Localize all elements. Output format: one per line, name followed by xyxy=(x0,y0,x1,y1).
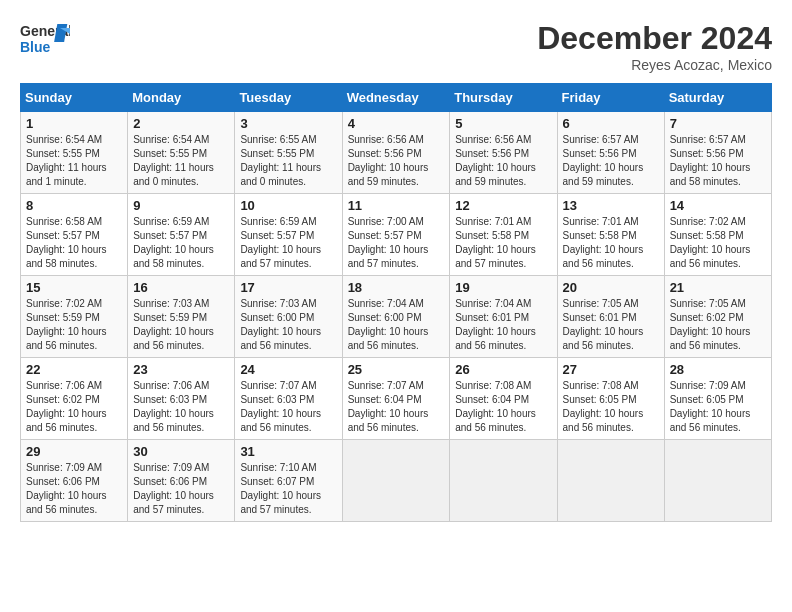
day-number: 26 xyxy=(455,362,551,377)
day-number: 1 xyxy=(26,116,122,131)
calendar-week-row: 29 Sunrise: 7:09 AM Sunset: 6:06 PM Dayl… xyxy=(21,440,772,522)
day-info: Sunrise: 6:56 AM Sunset: 5:56 PM Dayligh… xyxy=(455,133,551,189)
calendar-week-row: 15 Sunrise: 7:02 AM Sunset: 5:59 PM Dayl… xyxy=(21,276,772,358)
day-number: 18 xyxy=(348,280,445,295)
day-info: Sunrise: 7:05 AM Sunset: 6:01 PM Dayligh… xyxy=(563,297,659,353)
calendar-week-row: 8 Sunrise: 6:58 AM Sunset: 5:57 PM Dayli… xyxy=(21,194,772,276)
calendar-cell: 12 Sunrise: 7:01 AM Sunset: 5:58 PM Dayl… xyxy=(450,194,557,276)
day-number: 4 xyxy=(348,116,445,131)
calendar-cell: 10 Sunrise: 6:59 AM Sunset: 5:57 PM Dayl… xyxy=(235,194,342,276)
calendar-cell: 3 Sunrise: 6:55 AM Sunset: 5:55 PM Dayli… xyxy=(235,112,342,194)
calendar-cell: 29 Sunrise: 7:09 AM Sunset: 6:06 PM Dayl… xyxy=(21,440,128,522)
calendar-cell: 19 Sunrise: 7:04 AM Sunset: 6:01 PM Dayl… xyxy=(450,276,557,358)
calendar-cell: 28 Sunrise: 7:09 AM Sunset: 6:05 PM Dayl… xyxy=(664,358,771,440)
day-info: Sunrise: 7:09 AM Sunset: 6:06 PM Dayligh… xyxy=(133,461,229,517)
calendar-cell: 30 Sunrise: 7:09 AM Sunset: 6:06 PM Dayl… xyxy=(128,440,235,522)
day-info: Sunrise: 6:58 AM Sunset: 5:57 PM Dayligh… xyxy=(26,215,122,271)
calendar-cell: 18 Sunrise: 7:04 AM Sunset: 6:00 PM Dayl… xyxy=(342,276,450,358)
day-number: 31 xyxy=(240,444,336,459)
day-info: Sunrise: 7:00 AM Sunset: 5:57 PM Dayligh… xyxy=(348,215,445,271)
day-info: Sunrise: 7:06 AM Sunset: 6:03 PM Dayligh… xyxy=(133,379,229,435)
calendar-cell: 11 Sunrise: 7:00 AM Sunset: 5:57 PM Dayl… xyxy=(342,194,450,276)
day-number: 13 xyxy=(563,198,659,213)
header-wednesday: Wednesday xyxy=(342,84,450,112)
month-year-title: December 2024 xyxy=(537,20,772,57)
day-number: 2 xyxy=(133,116,229,131)
day-info: Sunrise: 7:03 AM Sunset: 6:00 PM Dayligh… xyxy=(240,297,336,353)
calendar-cell: 16 Sunrise: 7:03 AM Sunset: 5:59 PM Dayl… xyxy=(128,276,235,358)
day-number: 14 xyxy=(670,198,766,213)
calendar-cell xyxy=(450,440,557,522)
logo-icon: General Blue xyxy=(20,20,70,60)
calendar-cell: 8 Sunrise: 6:58 AM Sunset: 5:57 PM Dayli… xyxy=(21,194,128,276)
calendar-cell: 25 Sunrise: 7:07 AM Sunset: 6:04 PM Dayl… xyxy=(342,358,450,440)
svg-text:Blue: Blue xyxy=(20,39,51,55)
calendar-cell: 27 Sunrise: 7:08 AM Sunset: 6:05 PM Dayl… xyxy=(557,358,664,440)
calendar-cell: 9 Sunrise: 6:59 AM Sunset: 5:57 PM Dayli… xyxy=(128,194,235,276)
title-section: December 2024 Reyes Acozac, Mexico xyxy=(537,20,772,73)
day-info: Sunrise: 6:59 AM Sunset: 5:57 PM Dayligh… xyxy=(133,215,229,271)
day-info: Sunrise: 6:55 AM Sunset: 5:55 PM Dayligh… xyxy=(240,133,336,189)
day-number: 28 xyxy=(670,362,766,377)
day-info: Sunrise: 7:04 AM Sunset: 6:01 PM Dayligh… xyxy=(455,297,551,353)
day-number: 22 xyxy=(26,362,122,377)
day-number: 21 xyxy=(670,280,766,295)
calendar-week-row: 22 Sunrise: 7:06 AM Sunset: 6:02 PM Dayl… xyxy=(21,358,772,440)
day-info: Sunrise: 6:54 AM Sunset: 5:55 PM Dayligh… xyxy=(133,133,229,189)
day-number: 20 xyxy=(563,280,659,295)
day-number: 30 xyxy=(133,444,229,459)
calendar-cell xyxy=(557,440,664,522)
weekday-header-row: Sunday Monday Tuesday Wednesday Thursday… xyxy=(21,84,772,112)
day-number: 17 xyxy=(240,280,336,295)
day-info: Sunrise: 7:02 AM Sunset: 5:58 PM Dayligh… xyxy=(670,215,766,271)
calendar-cell: 6 Sunrise: 6:57 AM Sunset: 5:56 PM Dayli… xyxy=(557,112,664,194)
calendar-cell: 5 Sunrise: 6:56 AM Sunset: 5:56 PM Dayli… xyxy=(450,112,557,194)
day-number: 10 xyxy=(240,198,336,213)
header-sunday: Sunday xyxy=(21,84,128,112)
day-info: Sunrise: 6:57 AM Sunset: 5:56 PM Dayligh… xyxy=(670,133,766,189)
header-monday: Monday xyxy=(128,84,235,112)
day-info: Sunrise: 6:54 AM Sunset: 5:55 PM Dayligh… xyxy=(26,133,122,189)
day-info: Sunrise: 7:09 AM Sunset: 6:05 PM Dayligh… xyxy=(670,379,766,435)
day-number: 9 xyxy=(133,198,229,213)
day-number: 25 xyxy=(348,362,445,377)
day-info: Sunrise: 7:01 AM Sunset: 5:58 PM Dayligh… xyxy=(455,215,551,271)
day-info: Sunrise: 7:07 AM Sunset: 6:04 PM Dayligh… xyxy=(348,379,445,435)
day-number: 6 xyxy=(563,116,659,131)
day-info: Sunrise: 7:08 AM Sunset: 6:05 PM Dayligh… xyxy=(563,379,659,435)
day-info: Sunrise: 6:57 AM Sunset: 5:56 PM Dayligh… xyxy=(563,133,659,189)
header-saturday: Saturday xyxy=(664,84,771,112)
calendar-cell: 13 Sunrise: 7:01 AM Sunset: 5:58 PM Dayl… xyxy=(557,194,664,276)
day-number: 8 xyxy=(26,198,122,213)
calendar-cell: 20 Sunrise: 7:05 AM Sunset: 6:01 PM Dayl… xyxy=(557,276,664,358)
day-info: Sunrise: 7:01 AM Sunset: 5:58 PM Dayligh… xyxy=(563,215,659,271)
logo: General Blue xyxy=(20,20,70,64)
day-info: Sunrise: 7:10 AM Sunset: 6:07 PM Dayligh… xyxy=(240,461,336,517)
day-number: 5 xyxy=(455,116,551,131)
day-info: Sunrise: 7:07 AM Sunset: 6:03 PM Dayligh… xyxy=(240,379,336,435)
calendar-cell xyxy=(342,440,450,522)
calendar-cell: 14 Sunrise: 7:02 AM Sunset: 5:58 PM Dayl… xyxy=(664,194,771,276)
day-number: 15 xyxy=(26,280,122,295)
calendar-cell: 1 Sunrise: 6:54 AM Sunset: 5:55 PM Dayli… xyxy=(21,112,128,194)
day-info: Sunrise: 7:03 AM Sunset: 5:59 PM Dayligh… xyxy=(133,297,229,353)
calendar-cell: 21 Sunrise: 7:05 AM Sunset: 6:02 PM Dayl… xyxy=(664,276,771,358)
day-number: 29 xyxy=(26,444,122,459)
day-info: Sunrise: 7:08 AM Sunset: 6:04 PM Dayligh… xyxy=(455,379,551,435)
day-info: Sunrise: 7:04 AM Sunset: 6:00 PM Dayligh… xyxy=(348,297,445,353)
location-subtitle: Reyes Acozac, Mexico xyxy=(537,57,772,73)
calendar-cell: 15 Sunrise: 7:02 AM Sunset: 5:59 PM Dayl… xyxy=(21,276,128,358)
day-number: 3 xyxy=(240,116,336,131)
day-info: Sunrise: 7:05 AM Sunset: 6:02 PM Dayligh… xyxy=(670,297,766,353)
day-number: 12 xyxy=(455,198,551,213)
calendar-cell: 7 Sunrise: 6:57 AM Sunset: 5:56 PM Dayli… xyxy=(664,112,771,194)
day-number: 24 xyxy=(240,362,336,377)
calendar-cell xyxy=(664,440,771,522)
calendar-cell: 24 Sunrise: 7:07 AM Sunset: 6:03 PM Dayl… xyxy=(235,358,342,440)
calendar-week-row: 1 Sunrise: 6:54 AM Sunset: 5:55 PM Dayli… xyxy=(21,112,772,194)
page-header: General Blue December 2024 Reyes Acozac,… xyxy=(20,20,772,73)
header-thursday: Thursday xyxy=(450,84,557,112)
calendar-cell: 22 Sunrise: 7:06 AM Sunset: 6:02 PM Dayl… xyxy=(21,358,128,440)
day-number: 23 xyxy=(133,362,229,377)
calendar-cell: 26 Sunrise: 7:08 AM Sunset: 6:04 PM Dayl… xyxy=(450,358,557,440)
